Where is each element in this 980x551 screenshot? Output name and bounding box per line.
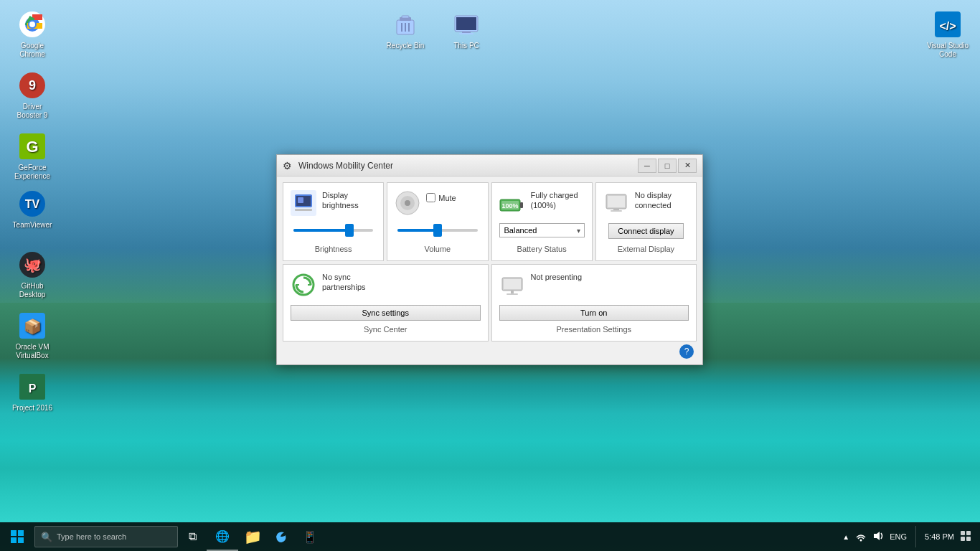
desktop-icon-github[interactable]: 🐙 GitHubDesktop xyxy=(7,248,57,302)
desktop-icon-recycle-bin[interactable]: Recycle Bin xyxy=(380,7,430,52)
brightness-tile: Display brightness Brightness xyxy=(283,182,384,261)
svg-text:🐙: 🐙 xyxy=(24,256,42,273)
svg-text:P: P xyxy=(29,382,37,395)
svg-rect-48 xyxy=(507,293,518,295)
this-pc-label: This PC xyxy=(453,42,479,50)
taskbar-chrome-item[interactable]: 🌐 xyxy=(207,522,238,551)
vscode-icon: </> xyxy=(933,10,962,39)
svg-rect-32 xyxy=(295,209,312,211)
close-button[interactable]: ✕ xyxy=(678,159,697,173)
volume-content xyxy=(395,220,480,240)
network-icon[interactable] xyxy=(855,530,867,544)
taskbar-chrome-icon: 🌐 xyxy=(215,529,230,543)
sync-center-content: Sync settings xyxy=(291,302,481,321)
desktop-icon-project2016[interactable]: P Project 2016 xyxy=(7,369,57,415)
maximize-button[interactable]: □ xyxy=(658,159,677,173)
chevron-up-icon[interactable]: ▲ xyxy=(842,533,849,541)
mute-checkbox[interactable] xyxy=(426,193,435,202)
brightness-slider-track xyxy=(293,229,373,232)
svg-point-3 xyxy=(29,22,35,27)
minimize-button[interactable]: ─ xyxy=(638,159,656,173)
external-display-footer: External Display xyxy=(618,245,674,253)
turn-on-button[interactable]: Turn on xyxy=(499,305,689,321)
dialog-title: Windows Mobility Center xyxy=(298,161,633,171)
vscode-label: Visual StudioCode xyxy=(927,42,969,59)
github-icon: 🐙 xyxy=(18,250,47,279)
volume-icon xyxy=(395,190,420,216)
driver-booster-icon: 9 xyxy=(18,71,47,100)
brightness-tile-top: Display brightness xyxy=(291,190,376,216)
recycle-bin-icon xyxy=(391,10,420,39)
taskbar-file-explorer[interactable]: 📁 xyxy=(238,522,267,551)
taskbar: 🔍 Type here to search ⧉ 🌐 📁 📱 ▲ xyxy=(0,522,980,551)
taskbar-clock[interactable]: 5:48 PM xyxy=(925,532,954,542)
action-center-icon[interactable] xyxy=(960,530,971,544)
battery-plan-select-wrapper: Balanced Power saver High performance xyxy=(499,223,585,237)
search-icon: 🔍 xyxy=(41,532,52,542)
svg-text:100%: 100% xyxy=(501,202,518,209)
battery-tile-top: 100% Fully charged (100%) xyxy=(499,190,585,216)
tiles-row1: Display brightness Brightness xyxy=(283,182,697,261)
sync-center-title: No sync partnerships xyxy=(322,272,366,293)
taskbar-time: 5:48 PM xyxy=(925,532,954,542)
svg-point-35 xyxy=(405,200,410,206)
battery-icon: 100% xyxy=(499,190,525,216)
virtualbox-label: Oracle VMVirtualBox xyxy=(15,343,49,360)
svg-rect-41 xyxy=(608,196,625,207)
notification-area: ▲ ENG xyxy=(842,530,907,544)
sync-settings-button[interactable]: Sync settings xyxy=(291,305,481,321)
svg-rect-38 xyxy=(520,202,523,208)
desktop-icon-vscode[interactable]: </> Visual StudioCode xyxy=(923,7,973,62)
volume-slider-thumb[interactable] xyxy=(433,224,442,237)
taskbar-search-box[interactable]: 🔍 Type here to search xyxy=(34,526,178,547)
project2016-icon: P xyxy=(18,372,47,401)
help-icon[interactable]: ? xyxy=(679,344,694,359)
volume-slider-container xyxy=(395,223,480,237)
brightness-slider-container xyxy=(291,223,376,237)
svg-rect-52 xyxy=(18,537,24,543)
external-display-content: Connect display xyxy=(603,220,689,240)
start-button[interactable] xyxy=(0,522,34,551)
svg-rect-51 xyxy=(11,537,17,543)
brightness-content xyxy=(291,220,376,240)
battery-plan-select[interactable]: Balanced Power saver High performance xyxy=(499,223,585,237)
svg-rect-49 xyxy=(11,530,17,536)
external-display-tile: No display connected Connect display Ext… xyxy=(595,182,697,261)
volume-taskbar-icon[interactable] xyxy=(872,530,884,543)
language-label[interactable]: ENG xyxy=(890,532,907,541)
dialog-help-row: ? xyxy=(283,342,697,359)
dialog-titlebar: ⚙ Windows Mobility Center ─ □ ✕ xyxy=(277,155,702,176)
mute-label[interactable]: Mute xyxy=(438,194,456,202)
brightness-title: Display brightness xyxy=(322,190,359,211)
desktop-icon-driver-booster[interactable]: 9 DriverBooster 9 xyxy=(7,68,57,123)
battery-tile: 100% Fully charged (100%) Balanced Power… xyxy=(491,182,593,261)
desktop-icon-google-chrome[interactable]: GoogleChrome xyxy=(7,7,57,62)
taskbar-edge-icon[interactable] xyxy=(267,522,296,551)
svg-text:G: G xyxy=(26,138,38,156)
teamviewer-icon: TV xyxy=(18,189,47,218)
svg-rect-23 xyxy=(456,17,476,30)
svg-rect-56 xyxy=(961,537,965,541)
volume-slider-fill xyxy=(397,229,438,232)
task-view-button[interactable]: ⧉ xyxy=(178,522,207,551)
brightness-slider-thumb[interactable] xyxy=(345,224,354,237)
battery-status-group: Fully charged (100%) xyxy=(531,190,578,211)
connect-display-button[interactable]: Connect display xyxy=(608,223,683,239)
svg-rect-25 xyxy=(459,33,473,34)
battery-plan-content: Balanced Power saver High performance xyxy=(499,220,585,240)
chrome-icon xyxy=(18,10,47,39)
presentation-top: Not presenting xyxy=(499,272,689,298)
desktop-icon-geforce[interactable]: G GeForceExperience xyxy=(7,129,57,184)
teamviewer-label: TeamViewer xyxy=(13,221,52,229)
taskbar-mobility-center[interactable]: 📱 xyxy=(296,522,324,551)
volume-tile: Mute Volume xyxy=(387,182,488,261)
brightness-icon xyxy=(291,190,316,216)
external-display-title: No display connected xyxy=(635,190,672,211)
dialog-body: Display brightness Brightness xyxy=(277,176,702,364)
svg-point-53 xyxy=(860,539,862,541)
mobility-center-dialog: ⚙ Windows Mobility Center ─ □ ✕ xyxy=(276,154,703,365)
desktop-icon-this-pc[interactable]: This PC xyxy=(441,7,491,52)
desktop-icon-virtualbox[interactable]: 📦 Oracle VMVirtualBox xyxy=(7,309,57,363)
svg-rect-57 xyxy=(966,537,971,541)
desktop-icon-teamviewer[interactable]: TV TeamViewer xyxy=(7,187,57,232)
